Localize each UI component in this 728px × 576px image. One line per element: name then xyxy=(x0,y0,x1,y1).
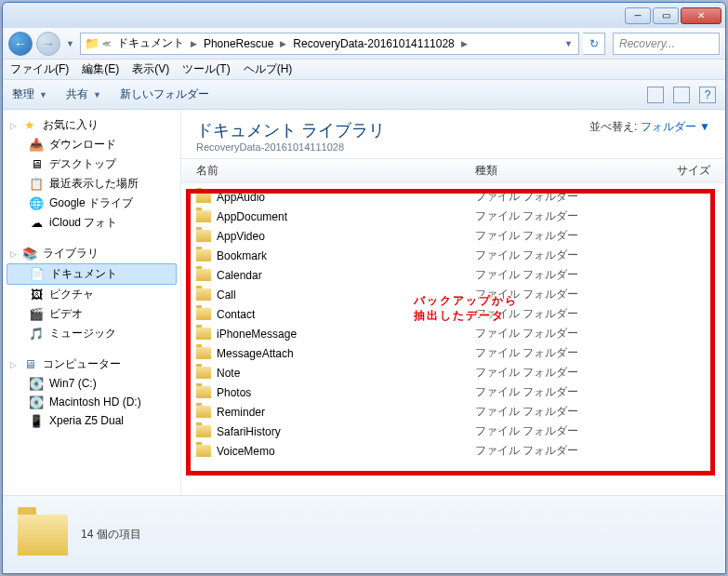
folder-row[interactable]: Note ファイル フォルダー xyxy=(196,363,710,382)
column-type[interactable]: 種類 xyxy=(475,163,664,179)
sidebar-libraries-header[interactable]: ▷ 📚 ライブラリ xyxy=(3,244,180,263)
sidebar-item-label: Google ドライブ xyxy=(49,195,133,211)
folder-type: ファイル フォルダー xyxy=(475,228,710,244)
folder-type: ファイル フォルダー xyxy=(475,287,710,302)
menu-edit[interactable]: 編集(E) xyxy=(82,61,119,77)
folder-row[interactable]: AppDocument ファイル フォルダー xyxy=(196,207,710,226)
breadcrumb-leaf[interactable]: RecoveryData-20161014111028 xyxy=(289,35,457,52)
back-button[interactable]: ← xyxy=(8,32,33,56)
folder-icon xyxy=(196,249,211,261)
folder-name: AppDocument xyxy=(217,210,287,223)
folder-icon xyxy=(196,210,211,222)
menu-bar: ファイル(F) 編集(E) 表示(V) ツール(T) ヘルプ(H) xyxy=(3,60,725,80)
view-mode-button[interactable] xyxy=(647,87,664,103)
folder-name: iPhoneMessage xyxy=(217,328,297,341)
sidebar-item[interactable]: 🎬ビデオ xyxy=(3,304,180,324)
folder-type: ファイル フォルダー xyxy=(475,345,710,361)
folder-name: AppVideo xyxy=(217,230,265,243)
sidebar-item-label: Macintosh HD (D:) xyxy=(49,395,141,409)
folder-icon xyxy=(196,367,211,379)
sidebar-item[interactable]: 💽Macintosh HD (D:) xyxy=(3,393,180,411)
search-input[interactable]: Recovery... xyxy=(613,33,720,55)
sidebar-item[interactable]: 🖼ピクチャ xyxy=(3,285,180,304)
sidebar-item-label: ダウンロード xyxy=(49,137,116,153)
sidebar-item[interactable]: 📱Xperia Z5 Dual xyxy=(3,411,180,430)
sidebar-computer-header[interactable]: ▷ 🖥 コンピューター xyxy=(3,355,180,374)
menu-help[interactable]: ヘルプ(H) xyxy=(244,61,293,77)
computer-icon: 🖥 xyxy=(22,357,37,372)
folder-name: AppAudio xyxy=(217,191,265,204)
status-count: 14 個の項目 xyxy=(81,527,141,543)
folder-name: Contact xyxy=(217,308,255,321)
folder-icon xyxy=(196,445,211,457)
sidebar-item-label: ドキュメント xyxy=(50,266,117,282)
folder-icon xyxy=(196,269,211,281)
folder-row[interactable]: SafariHistory ファイル フォルダー xyxy=(196,422,710,441)
item-icon: 📥 xyxy=(29,138,44,153)
address-dropdown-icon[interactable]: ▼ xyxy=(563,39,575,48)
menu-view[interactable]: 表示(V) xyxy=(132,61,169,77)
sidebar-item[interactable]: 📄ドキュメント xyxy=(7,263,177,285)
sidebar-libraries-label: ライブラリ xyxy=(43,246,99,261)
folder-type: ファイル フォルダー xyxy=(475,267,710,283)
sidebar-item-label: ビデオ xyxy=(49,306,83,322)
item-icon: 📄 xyxy=(30,267,45,282)
new-folder-button[interactable]: 新しいフォルダー xyxy=(120,87,209,102)
sidebar-item-label: iCloud フォト xyxy=(49,215,117,231)
library-icon: 📚 xyxy=(22,247,37,261)
folder-row[interactable]: AppVideo ファイル フォルダー xyxy=(196,226,710,246)
explorer-window: ─ ▭ ✕ ← → ▼ 📁 ≪ ドキュメント ▶ PhoneRescue ▶ R… xyxy=(2,2,726,574)
preview-pane-button[interactable] xyxy=(673,87,690,103)
sidebar-item[interactable]: 💽Win7 (C:) xyxy=(3,374,180,393)
sidebar-item[interactable]: 📥ダウンロード xyxy=(3,135,180,154)
column-name[interactable]: 名前 xyxy=(196,163,475,179)
column-size[interactable]: サイズ xyxy=(664,163,710,179)
column-headers[interactable]: 名前 種類 サイズ xyxy=(181,158,725,183)
sidebar-item[interactable]: 🎵ミュージック xyxy=(3,324,180,343)
folder-row[interactable]: Photos ファイル フォルダー xyxy=(196,382,710,402)
sidebar-favorites-header[interactable]: ▷ ★ お気に入り xyxy=(3,115,180,135)
share-button[interactable]: 共有 ▼ xyxy=(66,87,103,102)
close-button[interactable]: ✕ xyxy=(681,7,721,24)
item-icon: 🖥 xyxy=(29,157,44,172)
folder-name: Note xyxy=(217,367,240,380)
folder-row[interactable]: VoiceMemo ファイル フォルダー xyxy=(196,441,710,461)
item-icon: 📋 xyxy=(29,177,44,192)
breadcrumb-root[interactable]: ドキュメント xyxy=(113,33,188,53)
sidebar-item[interactable]: 🖥デスクトップ xyxy=(3,154,180,174)
minimize-button[interactable]: ─ xyxy=(625,7,651,24)
folder-name: Call xyxy=(217,288,236,301)
history-dropdown-icon[interactable]: ▼ xyxy=(64,39,76,48)
breadcrumb-mid[interactable]: PhoneRescue xyxy=(200,35,277,52)
disclosure-icon: ▷ xyxy=(10,249,17,259)
folder-row[interactable]: Contact ファイル フォルダー xyxy=(196,304,710,324)
arrange-dropdown[interactable]: フォルダー ▼ xyxy=(641,120,710,133)
disclosure-icon: ▷ xyxy=(10,121,17,130)
folder-row[interactable]: AppAudio ファイル フォルダー xyxy=(196,187,710,207)
folder-row[interactable]: Call ファイル フォルダー xyxy=(196,285,710,304)
folder-row[interactable]: Calendar ファイル フォルダー xyxy=(196,265,710,285)
sidebar-item[interactable]: 🌐Google ドライブ xyxy=(3,194,180,213)
help-button[interactable]: ? xyxy=(699,87,716,103)
folder-row[interactable]: Reminder ファイル フォルダー xyxy=(196,402,710,422)
folder-row[interactable]: MessageAttach ファイル フォルダー xyxy=(196,343,710,363)
folder-type: ファイル フォルダー xyxy=(475,423,710,439)
folder-row[interactable]: Bookmark ファイル フォルダー xyxy=(196,246,710,265)
library-title: ドキュメント ライブラリ xyxy=(196,119,385,141)
forward-button[interactable]: → xyxy=(36,32,60,56)
maximize-button[interactable]: ▭ xyxy=(653,7,679,24)
menu-tools[interactable]: ツール(T) xyxy=(182,61,230,77)
sidebar-item[interactable]: ☁iCloud フォト xyxy=(3,213,180,233)
folder-row[interactable]: iPhoneMessage ファイル フォルダー xyxy=(196,324,710,343)
menu-file[interactable]: ファイル(F) xyxy=(10,61,69,77)
address-bar[interactable]: 📁 ≪ ドキュメント ▶ PhoneRescue ▶ RecoveryData-… xyxy=(80,33,579,55)
organize-button[interactable]: 整理 ▼ xyxy=(12,87,49,102)
item-icon: 💽 xyxy=(29,376,44,391)
folder-icon xyxy=(196,191,211,203)
refresh-button[interactable]: ↻ xyxy=(583,33,605,55)
folder-icon xyxy=(196,347,211,359)
folder-type: ファイル フォルダー xyxy=(475,248,710,263)
sidebar-item[interactable]: 📋最近表示した場所 xyxy=(3,174,180,194)
folder-name: SafariHistory xyxy=(217,425,281,438)
folder-type: ファイル フォルダー xyxy=(475,326,710,342)
